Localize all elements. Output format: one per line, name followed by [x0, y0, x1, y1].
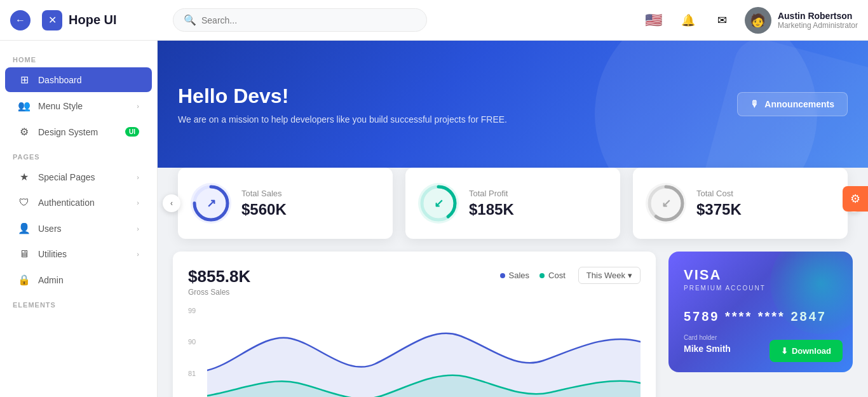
search-area: 🔍 — [173, 8, 427, 32]
stat-circle-sales: ↗ — [191, 183, 231, 224]
legend-cost: Cost — [539, 271, 566, 280]
carousel-prev-button[interactable]: ‹ — [163, 194, 180, 212]
sales-legend-dot — [500, 273, 505, 278]
main-layout: Home ⊞ Dashboard 👥 Menu Style › ⚙ Design… — [0, 41, 868, 397]
sales-legend-label: Sales — [509, 271, 530, 280]
stat-circle-profit: ↙ — [418, 183, 459, 224]
legend-sales: Sales — [500, 271, 530, 280]
cost-value: $375K — [696, 201, 742, 219]
cost-legend-dot — [539, 273, 545, 278]
sales-arrow-icon: ↗ — [207, 196, 216, 210]
pages-section-label: Pages — [0, 145, 157, 163]
stat-info-cost: Total Cost $375K — [696, 189, 742, 219]
sidebar-item-admin[interactable]: 🔒 Admin — [5, 267, 152, 292]
this-week-dropdown[interactable]: This Week ▾ — [578, 267, 641, 284]
chevron-icon-menu-style: › — [137, 102, 139, 110]
cost-label: Total Cost — [696, 189, 742, 198]
chart-subtitle: Gross Sales — [188, 288, 250, 297]
sidebar-item-utilities[interactable]: 🖥 Utilities › — [5, 242, 152, 266]
profit-arrow-icon: ↙ — [434, 196, 444, 210]
download-label: Download — [792, 346, 831, 356]
elements-section-label: Elements — [0, 293, 157, 311]
chevron-icon-users: › — [137, 225, 139, 232]
stat-card-total-profit: ↙ Total Profit $185K — [405, 168, 620, 239]
search-box[interactable]: 🔍 — [173, 8, 427, 32]
chart-svg — [207, 307, 641, 397]
logo-text: Hope UI — [69, 13, 117, 27]
profit-value: $185K — [469, 201, 514, 219]
hero-subtitle: We are on a mission to help developers l… — [178, 114, 507, 124]
y-label-90: 90 — [188, 338, 206, 346]
stats-wrapper: ‹ ↗ Total Sales $560K — [158, 168, 868, 239]
sidebar-label-design-system: Design System — [38, 127, 118, 137]
stat-card-total-cost: ↙ Total Cost $375K — [633, 168, 848, 239]
sidebar-item-users[interactable]: 👤 Users › — [5, 216, 152, 241]
dropdown-chevron-icon: ▾ — [628, 271, 632, 280]
announcements-button[interactable]: 🎙 Announcements — [737, 92, 848, 116]
y-label-81: 81 — [188, 370, 206, 377]
visa-number: 5789 **** **** 2847 — [684, 309, 837, 324]
authentication-icon: 🛡 — [18, 197, 31, 208]
visa-card: VISA PREMIUM ACCOUNT 5789 **** **** 2847… — [668, 252, 853, 372]
card-section: VISA PREMIUM ACCOUNT 5789 **** **** 2847… — [668, 252, 853, 397]
search-input[interactable] — [201, 15, 354, 25]
visa-brand: VISA — [684, 267, 837, 283]
content-area: Hello Devs! We are on a mission to help … — [158, 41, 868, 397]
user-area[interactable]: 🧑 Austin Robertson Marketing Administrat… — [745, 7, 858, 34]
special-pages-icon: ★ — [18, 171, 31, 183]
cost-legend-label: Cost — [548, 271, 566, 280]
logo-area: ← ✕ Hope UI — [10, 10, 163, 30]
download-icon: ⬇ — [781, 346, 788, 356]
header-right: 🇺🇸 🔔 ✉ 🧑 Austin Robertson Marketing Admi… — [642, 7, 858, 34]
stat-info-profit: Total Profit $185K — [469, 189, 514, 219]
download-button[interactable]: ⬇ Download — [770, 340, 843, 362]
ui-badge: UI — [125, 127, 139, 137]
search-icon: 🔍 — [184, 14, 196, 26]
bell-icon[interactable]: 🔔 — [676, 8, 700, 32]
sidebar-item-menu-style[interactable]: 👥 Menu Style › — [5, 93, 152, 118]
user-role: Marketing Administrator — [778, 21, 858, 30]
sidebar-label-utilities: Utilities — [38, 249, 129, 259]
sidebar-item-dashboard[interactable]: ⊞ Dashboard — [5, 67, 152, 92]
microphone-icon: 🎙 — [750, 99, 759, 109]
this-week-label: This Week — [587, 271, 625, 280]
chevron-icon-authentication: › — [137, 199, 139, 206]
sales-label: Total Sales — [241, 189, 287, 198]
menu-style-icon: 👥 — [18, 100, 31, 112]
sidebar-label-dashboard: Dashboard — [38, 75, 139, 85]
back-button[interactable]: ← — [10, 10, 31, 30]
hero-title: Hello Devs! — [178, 84, 507, 108]
sidebar-item-special-pages[interactable]: ★ Special Pages › — [5, 165, 152, 189]
header: ← ✕ Hope UI 🔍 🇺🇸 🔔 ✉ 🧑 Austin Robertson … — [0, 0, 868, 41]
chevron-icon-special-pages: › — [137, 173, 139, 181]
sidebar-label-special-pages: Special Pages — [38, 172, 129, 182]
y-label-99: 99 — [188, 307, 206, 314]
flag-icon[interactable]: 🇺🇸 — [642, 8, 666, 32]
chart-area: 99 90 81 72 — [188, 307, 641, 397]
visa-type: PREMIUM ACCOUNT — [684, 285, 837, 292]
chart-section: $855.8K Gross Sales Sales Cost — [173, 252, 656, 397]
hero-text: Hello Devs! We are on a mission to help … — [178, 84, 507, 124]
sidebar-label-users: Users — [38, 224, 129, 234]
chart-y-labels: 99 90 81 72 — [188, 307, 206, 397]
sidebar-label-admin: Admin — [38, 275, 139, 285]
settings-fab[interactable]: ⚙ — [843, 186, 868, 212]
sidebar-label-menu-style: Menu Style — [38, 101, 129, 111]
sidebar-item-design-system[interactable]: ⚙ Design System UI — [5, 119, 152, 144]
user-name: Austin Robertson — [778, 11, 858, 21]
sales-value: $560K — [241, 201, 287, 219]
chart-amount-area: $855.8K Gross Sales — [188, 267, 250, 297]
user-info: Austin Robertson Marketing Administrator — [778, 11, 858, 30]
stats-row: ↗ Total Sales $560K ↙ — [178, 168, 848, 239]
chart-legend: Sales Cost — [500, 271, 566, 280]
announcements-label: Announcements — [764, 99, 834, 109]
mail-icon[interactable]: ✉ — [710, 8, 735, 32]
stat-info-sales: Total Sales $560K — [241, 189, 287, 219]
design-system-icon: ⚙ — [18, 126, 31, 138]
stat-circle-cost: ↙ — [646, 183, 686, 224]
home-section-label: Home — [0, 48, 157, 66]
main-content: $855.8K Gross Sales Sales Cost — [158, 239, 868, 397]
admin-icon: 🔒 — [18, 274, 31, 286]
dashboard-icon: ⊞ — [18, 74, 31, 86]
sidebar-item-authentication[interactable]: 🛡 Authentication › — [5, 191, 152, 215]
